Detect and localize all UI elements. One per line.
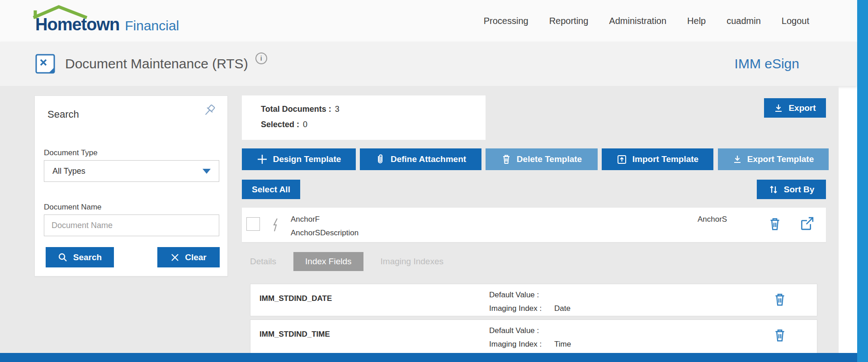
open-external-icon[interactable]: [799, 215, 815, 233]
nav-user-cuadmin[interactable]: cuadmin: [726, 16, 761, 26]
document-checkbox[interactable]: [246, 217, 260, 231]
delete-template-label: Delete Template: [517, 154, 582, 164]
brand-imm-esign: IMM eSign: [735, 56, 799, 71]
main-nav: Processing Reporting Administration Help…: [484, 16, 809, 26]
document-name: AnchorF: [291, 215, 320, 224]
select-all-button[interactable]: Select All: [242, 180, 300, 199]
document-type-label: Document Type: [44, 148, 98, 157]
clear-x-icon: [170, 253, 179, 262]
nav-logout[interactable]: Logout: [782, 16, 809, 26]
info-icon[interactable]: i: [255, 52, 267, 64]
select-all-label: Select All: [252, 185, 290, 195]
import-template-button[interactable]: Import Template: [602, 148, 713, 170]
nav-processing[interactable]: Processing: [484, 16, 528, 26]
selected-label: Selected :: [261, 120, 299, 129]
search-button[interactable]: Search: [46, 247, 114, 267]
tab-details[interactable]: Details: [250, 257, 276, 267]
search-icon: [58, 252, 68, 262]
nav-help[interactable]: Help: [687, 16, 706, 26]
page-title: Document Maintenance (RTS): [65, 56, 248, 71]
default-value-label: Default Value :: [489, 326, 539, 335]
logo-suffix: Financial: [125, 18, 179, 33]
design-template-label: Design Template: [273, 154, 341, 164]
bottom-accent-bar: [0, 353, 857, 362]
search-button-label: Search: [73, 252, 102, 262]
imaging-index-label: Imaging Index :: [489, 304, 542, 313]
index-field-name: IMM_STDIND_TIME: [259, 330, 330, 339]
sort-by-button[interactable]: Sort By: [757, 180, 826, 199]
nav-administration[interactable]: Administration: [609, 16, 666, 26]
export-button[interactable]: Export: [764, 98, 826, 118]
title-bar: Document Maintenance (RTS) i IMM eSign: [0, 42, 857, 86]
import-template-label: Import Template: [632, 154, 698, 164]
search-panel-title: Search: [47, 109, 79, 120]
clear-button[interactable]: Clear: [157, 247, 220, 267]
download-icon: [733, 155, 742, 164]
pin-icon[interactable]: [203, 104, 217, 119]
sort-arrows-icon: [769, 185, 778, 195]
tab-imaging-indexes[interactable]: Imaging Indexes: [381, 257, 443, 267]
design-template-button[interactable]: Design Template: [242, 148, 356, 170]
delete-index-field-icon[interactable]: [773, 328, 787, 345]
document-right-label: AnchorS: [698, 215, 727, 224]
document-name-input[interactable]: [44, 214, 219, 236]
top-header: Hometown Financial Processing Reporting …: [0, 0, 857, 42]
delete-template-button[interactable]: Delete Template: [486, 148, 598, 170]
define-attachment-button[interactable]: Define Attachment: [360, 148, 481, 170]
index-field-row: IMM_STDIND_TIME Default Value : Imaging …: [250, 319, 817, 353]
plus-icon: [257, 154, 268, 165]
clear-button-label: Clear: [185, 252, 207, 262]
nav-reporting[interactable]: Reporting: [549, 16, 589, 26]
logo[interactable]: Hometown Financial: [35, 8, 179, 34]
trash-icon: [501, 154, 511, 165]
document-name-label: Document Name: [44, 203, 102, 212]
logo-house-icon: [33, 4, 100, 22]
paperclip-icon: [375, 154, 385, 165]
document-maintenance-icon: [35, 54, 55, 74]
index-field-name: IMM_STDIND_DATE: [259, 294, 332, 303]
tab-index-fields[interactable]: Index Fields: [293, 252, 363, 271]
document-tabs: Details Index Fields Imaging Indexes: [250, 252, 443, 271]
lightning-icon: [272, 218, 280, 234]
index-field-row: IMM_STDIND_DATE Default Value : Imaging …: [250, 284, 817, 316]
export-button-label: Export: [788, 103, 816, 113]
imaging-index-value: Time: [554, 340, 571, 349]
sort-by-label: Sort By: [784, 185, 815, 195]
search-panel: Search Document Type All Types Document …: [34, 95, 228, 276]
download-icon: [774, 104, 783, 113]
define-attachment-label: Define Attachment: [391, 154, 466, 164]
chevron-down-icon: [203, 169, 211, 174]
imaging-index-label: Imaging Index :: [489, 340, 542, 349]
scrollbar[interactable]: [857, 0, 868, 362]
document-row: AnchorF AnchorSDescription AnchorS: [242, 208, 826, 242]
selected-value: 0: [303, 120, 307, 129]
document-type-value: All Types: [52, 167, 85, 176]
summary-card: Total Documents : 3 Selected : 0: [242, 95, 486, 140]
document-description: AnchorSDescription: [291, 229, 359, 238]
import-box-icon: [617, 154, 627, 165]
delete-document-icon[interactable]: [768, 216, 782, 233]
delete-index-field-icon[interactable]: [773, 292, 787, 309]
content-area: Search Document Type All Types Document …: [0, 86, 839, 353]
total-documents-value: 3: [335, 105, 340, 114]
selected-count: Selected : 0: [261, 120, 486, 129]
export-template-label: Export Template: [747, 154, 814, 164]
export-template-button[interactable]: Export Template: [718, 148, 829, 170]
imaging-index-value: Date: [554, 304, 571, 313]
total-documents: Total Documents : 3: [261, 105, 486, 114]
default-value-label: Default Value :: [489, 291, 539, 300]
document-type-select[interactable]: All Types: [44, 160, 219, 182]
total-documents-label: Total Documents :: [261, 105, 331, 114]
